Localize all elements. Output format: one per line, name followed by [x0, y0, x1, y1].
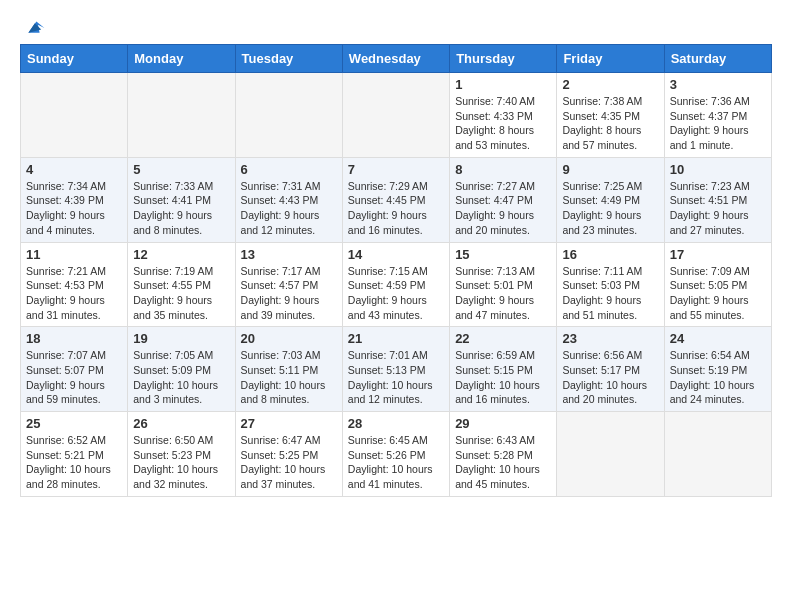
day-info: Sunrise: 7:27 AM Sunset: 4:47 PM Dayligh…	[455, 179, 551, 238]
calendar-cell	[21, 73, 128, 158]
calendar-cell	[128, 73, 235, 158]
day-info: Sunrise: 6:56 AM Sunset: 5:17 PM Dayligh…	[562, 348, 658, 407]
day-number: 15	[455, 247, 551, 262]
calendar-cell: 21Sunrise: 7:01 AM Sunset: 5:13 PM Dayli…	[342, 327, 449, 412]
calendar-cell: 16Sunrise: 7:11 AM Sunset: 5:03 PM Dayli…	[557, 242, 664, 327]
calendar-cell: 1Sunrise: 7:40 AM Sunset: 4:33 PM Daylig…	[450, 73, 557, 158]
day-info: Sunrise: 6:43 AM Sunset: 5:28 PM Dayligh…	[455, 433, 551, 492]
day-number: 5	[133, 162, 229, 177]
calendar-week-row: 25Sunrise: 6:52 AM Sunset: 5:21 PM Dayli…	[21, 412, 772, 497]
day-info: Sunrise: 7:15 AM Sunset: 4:59 PM Dayligh…	[348, 264, 444, 323]
calendar-cell	[235, 73, 342, 158]
calendar-cell: 23Sunrise: 6:56 AM Sunset: 5:17 PM Dayli…	[557, 327, 664, 412]
day-number: 20	[241, 331, 337, 346]
weekday-header-monday: Monday	[128, 45, 235, 73]
day-number: 16	[562, 247, 658, 262]
day-number: 24	[670, 331, 766, 346]
calendar-cell: 2Sunrise: 7:38 AM Sunset: 4:35 PM Daylig…	[557, 73, 664, 158]
calendar-cell: 24Sunrise: 6:54 AM Sunset: 5:19 PM Dayli…	[664, 327, 771, 412]
day-number: 7	[348, 162, 444, 177]
calendar-cell: 29Sunrise: 6:43 AM Sunset: 5:28 PM Dayli…	[450, 412, 557, 497]
day-number: 18	[26, 331, 122, 346]
day-number: 29	[455, 416, 551, 431]
day-number: 13	[241, 247, 337, 262]
calendar-cell: 10Sunrise: 7:23 AM Sunset: 4:51 PM Dayli…	[664, 157, 771, 242]
calendar-cell: 20Sunrise: 7:03 AM Sunset: 5:11 PM Dayli…	[235, 327, 342, 412]
weekday-header-tuesday: Tuesday	[235, 45, 342, 73]
day-number: 2	[562, 77, 658, 92]
day-info: Sunrise: 7:29 AM Sunset: 4:45 PM Dayligh…	[348, 179, 444, 238]
day-info: Sunrise: 7:40 AM Sunset: 4:33 PM Dayligh…	[455, 94, 551, 153]
calendar-cell: 27Sunrise: 6:47 AM Sunset: 5:25 PM Dayli…	[235, 412, 342, 497]
day-info: Sunrise: 7:31 AM Sunset: 4:43 PM Dayligh…	[241, 179, 337, 238]
calendar-week-row: 1Sunrise: 7:40 AM Sunset: 4:33 PM Daylig…	[21, 73, 772, 158]
calendar-cell: 26Sunrise: 6:50 AM Sunset: 5:23 PM Dayli…	[128, 412, 235, 497]
day-number: 28	[348, 416, 444, 431]
day-info: Sunrise: 7:01 AM Sunset: 5:13 PM Dayligh…	[348, 348, 444, 407]
calendar-cell: 7Sunrise: 7:29 AM Sunset: 4:45 PM Daylig…	[342, 157, 449, 242]
weekday-header-saturday: Saturday	[664, 45, 771, 73]
day-info: Sunrise: 6:50 AM Sunset: 5:23 PM Dayligh…	[133, 433, 229, 492]
day-number: 27	[241, 416, 337, 431]
header	[20, 16, 772, 36]
day-info: Sunrise: 7:07 AM Sunset: 5:07 PM Dayligh…	[26, 348, 122, 407]
weekday-header-sunday: Sunday	[21, 45, 128, 73]
day-info: Sunrise: 7:23 AM Sunset: 4:51 PM Dayligh…	[670, 179, 766, 238]
calendar-week-row: 11Sunrise: 7:21 AM Sunset: 4:53 PM Dayli…	[21, 242, 772, 327]
calendar-week-row: 4Sunrise: 7:34 AM Sunset: 4:39 PM Daylig…	[21, 157, 772, 242]
day-number: 6	[241, 162, 337, 177]
day-info: Sunrise: 7:21 AM Sunset: 4:53 PM Dayligh…	[26, 264, 122, 323]
day-info: Sunrise: 7:17 AM Sunset: 4:57 PM Dayligh…	[241, 264, 337, 323]
day-number: 23	[562, 331, 658, 346]
weekday-header-wednesday: Wednesday	[342, 45, 449, 73]
day-number: 26	[133, 416, 229, 431]
day-number: 25	[26, 416, 122, 431]
calendar-cell: 6Sunrise: 7:31 AM Sunset: 4:43 PM Daylig…	[235, 157, 342, 242]
weekday-header-friday: Friday	[557, 45, 664, 73]
day-number: 1	[455, 77, 551, 92]
day-number: 9	[562, 162, 658, 177]
day-number: 17	[670, 247, 766, 262]
calendar-cell: 13Sunrise: 7:17 AM Sunset: 4:57 PM Dayli…	[235, 242, 342, 327]
calendar-cell: 9Sunrise: 7:25 AM Sunset: 4:49 PM Daylig…	[557, 157, 664, 242]
calendar-cell: 12Sunrise: 7:19 AM Sunset: 4:55 PM Dayli…	[128, 242, 235, 327]
day-number: 10	[670, 162, 766, 177]
day-info: Sunrise: 7:19 AM Sunset: 4:55 PM Dayligh…	[133, 264, 229, 323]
day-info: Sunrise: 7:33 AM Sunset: 4:41 PM Dayligh…	[133, 179, 229, 238]
weekday-header-thursday: Thursday	[450, 45, 557, 73]
day-info: Sunrise: 6:54 AM Sunset: 5:19 PM Dayligh…	[670, 348, 766, 407]
day-info: Sunrise: 7:05 AM Sunset: 5:09 PM Dayligh…	[133, 348, 229, 407]
calendar-cell: 15Sunrise: 7:13 AM Sunset: 5:01 PM Dayli…	[450, 242, 557, 327]
calendar-cell: 25Sunrise: 6:52 AM Sunset: 5:21 PM Dayli…	[21, 412, 128, 497]
day-info: Sunrise: 7:38 AM Sunset: 4:35 PM Dayligh…	[562, 94, 658, 153]
calendar-header-row: SundayMondayTuesdayWednesdayThursdayFrid…	[21, 45, 772, 73]
calendar-cell: 11Sunrise: 7:21 AM Sunset: 4:53 PM Dayli…	[21, 242, 128, 327]
calendar-cell: 22Sunrise: 6:59 AM Sunset: 5:15 PM Dayli…	[450, 327, 557, 412]
day-info: Sunrise: 6:59 AM Sunset: 5:15 PM Dayligh…	[455, 348, 551, 407]
day-number: 11	[26, 247, 122, 262]
day-number: 12	[133, 247, 229, 262]
calendar-cell	[557, 412, 664, 497]
calendar-cell	[664, 412, 771, 497]
calendar-week-row: 18Sunrise: 7:07 AM Sunset: 5:07 PM Dayli…	[21, 327, 772, 412]
calendar-cell: 14Sunrise: 7:15 AM Sunset: 4:59 PM Dayli…	[342, 242, 449, 327]
calendar-cell: 19Sunrise: 7:05 AM Sunset: 5:09 PM Dayli…	[128, 327, 235, 412]
day-number: 19	[133, 331, 229, 346]
day-number: 21	[348, 331, 444, 346]
day-info: Sunrise: 7:36 AM Sunset: 4:37 PM Dayligh…	[670, 94, 766, 153]
calendar-cell: 5Sunrise: 7:33 AM Sunset: 4:41 PM Daylig…	[128, 157, 235, 242]
day-number: 4	[26, 162, 122, 177]
day-info: Sunrise: 7:03 AM Sunset: 5:11 PM Dayligh…	[241, 348, 337, 407]
calendar-cell: 18Sunrise: 7:07 AM Sunset: 5:07 PM Dayli…	[21, 327, 128, 412]
day-number: 8	[455, 162, 551, 177]
day-number: 3	[670, 77, 766, 92]
calendar-cell: 17Sunrise: 7:09 AM Sunset: 5:05 PM Dayli…	[664, 242, 771, 327]
logo-bird-icon	[22, 16, 46, 40]
calendar-cell: 3Sunrise: 7:36 AM Sunset: 4:37 PM Daylig…	[664, 73, 771, 158]
day-info: Sunrise: 7:25 AM Sunset: 4:49 PM Dayligh…	[562, 179, 658, 238]
day-number: 22	[455, 331, 551, 346]
calendar-cell: 4Sunrise: 7:34 AM Sunset: 4:39 PM Daylig…	[21, 157, 128, 242]
day-number: 14	[348, 247, 444, 262]
day-info: Sunrise: 6:47 AM Sunset: 5:25 PM Dayligh…	[241, 433, 337, 492]
day-info: Sunrise: 7:11 AM Sunset: 5:03 PM Dayligh…	[562, 264, 658, 323]
